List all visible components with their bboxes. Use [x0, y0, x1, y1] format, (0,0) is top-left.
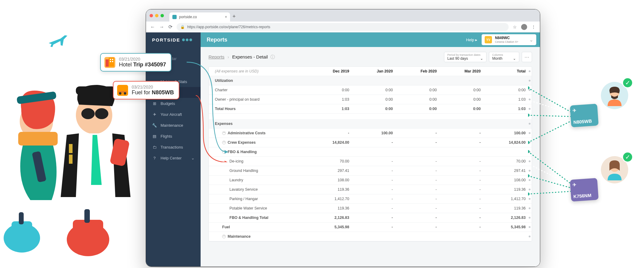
col-header: Total	[487, 67, 532, 76]
more-options-button[interactable]: ⋯	[522, 52, 532, 62]
back-icon[interactable]: ←	[150, 24, 155, 30]
cell-value: 70.00	[487, 156, 532, 166]
collapse-toggle-icon[interactable]	[222, 131, 226, 135]
cell-value: 5,345.98	[310, 222, 355, 232]
profile-avatar-icon[interactable]	[521, 24, 527, 30]
cell-value: -	[399, 185, 443, 194]
table-row: Parking / Hangar1,412.70---1,412.70	[209, 194, 532, 203]
wrench-icon: 🔧	[152, 123, 157, 128]
cell-value	[310, 232, 355, 241]
cell-value	[310, 119, 355, 129]
cell-value	[487, 76, 532, 85]
table-row: Owner - principal on board1:030:000:000:…	[209, 95, 532, 104]
browser-tab[interactable]: portside.co ×	[169, 12, 230, 22]
cell-value: -	[443, 203, 487, 213]
brand-logo[interactable]: PORTSIDE	[146, 32, 201, 47]
svg-rect-19	[110, 59, 111, 60]
page-title: Reports	[201, 37, 233, 43]
cell-value: 0:00	[487, 85, 532, 95]
table-row: Utilization	[209, 76, 532, 85]
row-label: Lavatory Service	[209, 185, 310, 194]
sidebar-item-help[interactable]: ? Help Center ⌄	[146, 152, 201, 163]
columns-dropdown[interactable]: Columns Month⌄	[489, 52, 519, 62]
table-row: De-icing70.00---70.00	[209, 156, 532, 166]
browser-menu-icon[interactable]: ⋮	[531, 25, 536, 29]
help-link[interactable]: Help ▸	[466, 38, 477, 42]
cell-value: 1,412.70	[310, 194, 355, 203]
cell-value: -	[355, 185, 399, 194]
app-header: PORTSIDE Reports Help ▸ YV N849WC Cessna…	[146, 32, 540, 47]
table-row: Laundry108.00---108.00	[209, 175, 532, 185]
cell-value: -	[399, 138, 443, 147]
svg-rect-22	[112, 61, 113, 62]
row-label: Parking / Hangar	[209, 194, 310, 203]
cell-value: 2,126.83	[310, 213, 355, 222]
close-tab-icon[interactable]: ×	[225, 15, 227, 19]
cell-value: -	[399, 213, 443, 222]
svg-rect-12	[69, 155, 73, 164]
cell-value: 1,412.70	[487, 194, 532, 203]
collapse-toggle-icon[interactable]	[222, 141, 226, 144]
bookmark-icon[interactable]: ☆	[513, 25, 517, 29]
folder-icon: 🗀	[152, 145, 157, 149]
brand-text: PORTSIDE	[152, 37, 180, 42]
info-icon[interactable]: ⓘ	[270, 54, 275, 59]
cell-value	[443, 232, 487, 241]
cell-value: 1:03	[487, 95, 532, 104]
aircraft-picker[interactable]: YV N849WC Cessna Citation X+ ⌄	[482, 34, 536, 45]
cell-value	[443, 147, 487, 156]
browser-address-bar: ← → ⟳ 🔒 https://app.portside.co/ov/plane…	[146, 22, 540, 32]
sidebar-item-transactions[interactable]: 🗀 Transactions	[146, 142, 201, 152]
period-dropdown[interactable]: Period by transaction dates Last 90 days…	[444, 52, 486, 62]
reload-icon[interactable]: ⟳	[168, 24, 172, 30]
aircraft-badge-card[interactable]: ✈ N805WB	[570, 104, 599, 127]
cell-value: -	[443, 194, 487, 203]
cell-value: -	[355, 213, 399, 222]
cell-value: -	[355, 175, 399, 185]
url-text: https://app.portside.co/ov/plane/726/met…	[187, 25, 270, 29]
cell-value: 119.36	[310, 185, 355, 194]
sidebar-item-flights[interactable]: ▤ Flights	[146, 131, 201, 142]
cell-value: 0:00	[310, 85, 355, 95]
collapse-toggle-icon[interactable]	[222, 150, 226, 154]
cell-value: -	[443, 166, 487, 175]
sidebar-item-maintenance[interactable]: 🔧 Maintenance	[146, 120, 201, 131]
url-input[interactable]: 🔒 https://app.portside.co/ov/plane/726/m…	[177, 23, 509, 31]
svg-point-25	[119, 92, 121, 95]
cell-value: 1:03	[310, 104, 355, 114]
collapse-toggle-icon[interactable]	[222, 235, 226, 238]
row-label: Owner - principal on board	[209, 95, 310, 104]
cell-value: -	[399, 222, 443, 232]
tag-hotel-card[interactable]: 03/21/2020 Hotel Trip #345097	[100, 53, 171, 72]
table-row: Administrative Costs-100.00--100.00	[209, 128, 532, 138]
new-tab-button[interactable]: +	[232, 13, 236, 20]
svg-rect-18	[109, 58, 114, 67]
svg-rect-15	[73, 220, 103, 241]
row-label: Charter	[209, 85, 310, 95]
cell-value	[443, 76, 487, 85]
cell-value: 1:03	[310, 95, 355, 104]
table-row: Ground Handling297.41---297.41	[209, 166, 532, 175]
aircraft-badge-card[interactable]: ✈ K756NM	[570, 178, 599, 202]
cell-value	[399, 76, 443, 85]
cell-value: 108.00	[310, 175, 355, 185]
svg-point-26	[124, 92, 126, 95]
tag-title: Fuel for N805WB	[132, 89, 174, 96]
cell-value: 0:00	[355, 104, 399, 114]
cell-value: -	[443, 213, 487, 222]
budgets-icon: ⊞	[152, 101, 157, 106]
svg-rect-21	[110, 61, 111, 62]
window-controls[interactable]	[150, 14, 164, 17]
cell-value: -	[443, 156, 487, 166]
breadcrumb-root[interactable]: Reports	[208, 54, 225, 59]
forward-icon[interactable]: →	[159, 24, 164, 30]
plane-icon: ✈	[572, 108, 577, 113]
sidebar-item-aircraft[interactable]: ✈ Your Aircraft	[146, 109, 201, 120]
cell-value: 108.00	[487, 175, 532, 185]
row-label: FBO & Handling Total	[209, 213, 310, 222]
cell-value	[310, 147, 355, 156]
sidebar-item-budgets[interactable]: ⊞ Budgets	[146, 98, 201, 109]
tag-fuel-card[interactable]: 03/21/2020 Fuel for N805WB	[113, 81, 179, 99]
cell-value	[355, 76, 399, 85]
fuel-truck-icon	[117, 85, 128, 96]
